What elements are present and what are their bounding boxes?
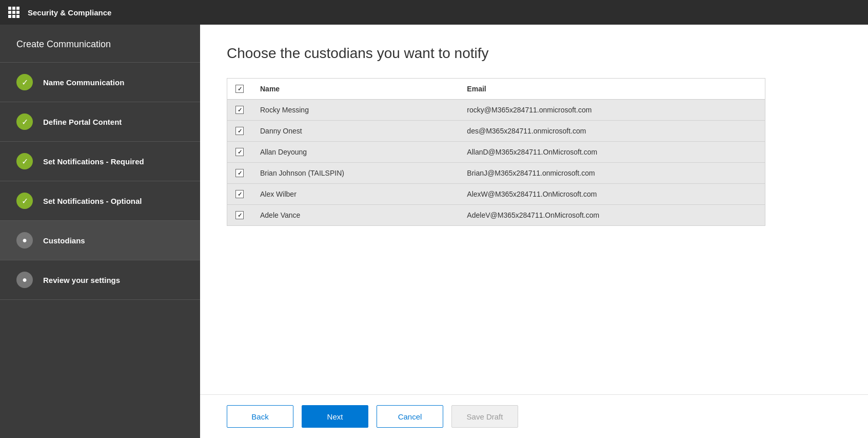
page-title: Choose the custodians you want to notify xyxy=(227,45,841,62)
sidebar-label-review-settings: Review your settings xyxy=(43,276,120,284)
row-name-3: Brian Johnson (TAILSPIN) xyxy=(252,163,459,184)
header-checkbox-col xyxy=(227,79,252,100)
step-indicator-notifications-required: ✓ xyxy=(16,153,33,169)
row-name-4: Alex Wilber xyxy=(252,184,459,205)
row-checkbox-cell-4 xyxy=(227,184,252,205)
row-checkbox-1[interactable] xyxy=(235,127,244,135)
row-checkbox-0[interactable] xyxy=(235,106,244,114)
row-email-1: des@M365x284711.onmicrosoft.com xyxy=(459,121,765,142)
row-email-0: rocky@M365x284711.onmicrosoft.com xyxy=(459,100,765,121)
table-header-row: Name Email xyxy=(227,79,765,100)
sidebar-label-notifications-required: Set Notifications - Required xyxy=(43,157,144,166)
custodians-table: Name Email Rocky Messingrocky@M365x28471… xyxy=(227,79,765,225)
row-name-0: Rocky Messing xyxy=(252,100,459,121)
row-name-5: Adele Vance xyxy=(252,205,459,226)
step-indicator-review-settings: ● xyxy=(16,272,33,288)
custodians-table-container: Name Email Rocky Messingrocky@M365x28471… xyxy=(227,78,765,226)
row-checkbox-cell-0 xyxy=(227,100,252,121)
table-row: Adele VanceAdeleV@M365x284711.OnMicrosof… xyxy=(227,205,765,226)
row-name-2: Allan Deyoung xyxy=(252,142,459,163)
row-name-1: Danny Onest xyxy=(252,121,459,142)
sidebar-item-review-settings[interactable]: ● Review your settings xyxy=(0,260,200,300)
app-title: Security & Compliance xyxy=(28,8,111,17)
sidebar-item-notifications-required[interactable]: ✓ Set Notifications - Required xyxy=(0,142,200,181)
row-checkbox-cell-2 xyxy=(227,142,252,163)
sidebar-label-name-communication: Name Communication xyxy=(43,78,124,87)
row-checkbox-5[interactable] xyxy=(235,211,244,219)
content-body: Choose the custodians you want to notify… xyxy=(200,25,868,394)
sidebar-item-notifications-optional[interactable]: ✓ Set Notifications - Optional xyxy=(0,181,200,221)
table-row: Rocky Messingrocky@M365x284711.onmicroso… xyxy=(227,100,765,121)
header-name-col: Name xyxy=(252,79,459,100)
sidebar-label-define-portal: Define Portal Content xyxy=(43,118,122,126)
waffle-icon[interactable] xyxy=(8,7,19,18)
sidebar-header: Create Communication xyxy=(0,25,200,63)
sidebar-item-name-communication[interactable]: ✓ Name Communication xyxy=(0,63,200,102)
table-row: Allan DeyoungAllanD@M365x284711.OnMicros… xyxy=(227,142,765,163)
table-row: Brian Johnson (TAILSPIN)BrianJ@M365x2847… xyxy=(227,163,765,184)
sidebar-item-custodians[interactable]: ● Custodians xyxy=(0,221,200,260)
row-checkbox-cell-1 xyxy=(227,121,252,142)
content-area: Choose the custodians you want to notify… xyxy=(200,25,868,438)
row-email-3: BrianJ@M365x284711.onmicrosoft.com xyxy=(459,163,765,184)
step-indicator-define-portal: ✓ xyxy=(16,113,33,130)
top-bar: Security & Compliance xyxy=(0,0,868,25)
back-button[interactable]: Back xyxy=(227,405,293,428)
row-checkbox-4[interactable] xyxy=(235,190,244,198)
table-row: Alex WilberAlexW@M365x284711.OnMicrosoft… xyxy=(227,184,765,205)
main-layout: Create Communication ✓ Name Communicatio… xyxy=(0,25,868,438)
sidebar: Create Communication ✓ Name Communicatio… xyxy=(0,25,200,438)
sidebar-item-define-portal[interactable]: ✓ Define Portal Content xyxy=(0,102,200,142)
sidebar-label-custodians: Custodians xyxy=(43,236,85,245)
next-button[interactable]: Next xyxy=(302,405,368,428)
row-checkbox-cell-5 xyxy=(227,205,252,226)
row-email-4: AlexW@M365x284711.OnMicrosoft.com xyxy=(459,184,765,205)
row-email-5: AdeleV@M365x284711.OnMicrosoft.com xyxy=(459,205,765,226)
row-email-2: AllanD@M365x284711.OnMicrosoft.com xyxy=(459,142,765,163)
row-checkbox-3[interactable] xyxy=(235,169,244,177)
save-draft-button[interactable]: Save Draft xyxy=(451,405,518,428)
row-checkbox-2[interactable] xyxy=(235,148,244,156)
step-indicator-name-communication: ✓ xyxy=(16,74,33,90)
select-all-checkbox[interactable] xyxy=(235,85,244,93)
row-checkbox-cell-3 xyxy=(227,163,252,184)
sidebar-label-notifications-optional: Set Notifications - Optional xyxy=(43,197,142,205)
step-indicator-notifications-optional: ✓ xyxy=(16,193,33,209)
footer-bar: Back Next Cancel Save Draft xyxy=(200,394,868,438)
header-email-col: Email xyxy=(459,79,765,100)
table-row: Danny Onestdes@M365x284711.onmicrosoft.c… xyxy=(227,121,765,142)
step-indicator-custodians: ● xyxy=(16,232,33,249)
cancel-button[interactable]: Cancel xyxy=(377,405,443,428)
